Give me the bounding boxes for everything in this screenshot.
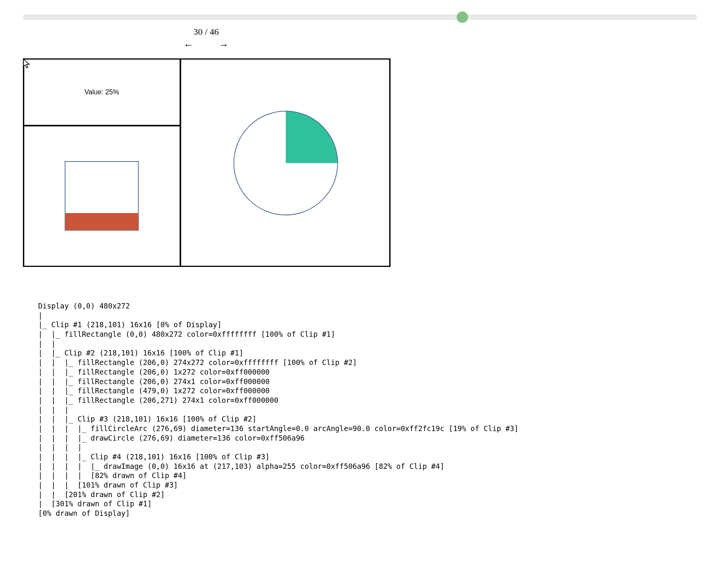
render-log: Display (0,0) 480x272 | |_ Clip #1 (218,… xyxy=(38,301,720,518)
render-preview: Value: 25% xyxy=(23,58,391,267)
preview-svg: Value: 25% xyxy=(23,58,391,267)
timeline-thumb[interactable] xyxy=(457,11,468,23)
prev-arrow-icon[interactable]: ← xyxy=(184,39,194,51)
next-arrow-icon[interactable]: → xyxy=(219,39,229,51)
timeline-track xyxy=(23,15,697,20)
timeline-slider[interactable] xyxy=(23,11,697,23)
value-label: Value: 25% xyxy=(84,88,119,96)
step-counter: 30 / 46 xyxy=(194,27,219,37)
bar-fill xyxy=(65,213,139,230)
